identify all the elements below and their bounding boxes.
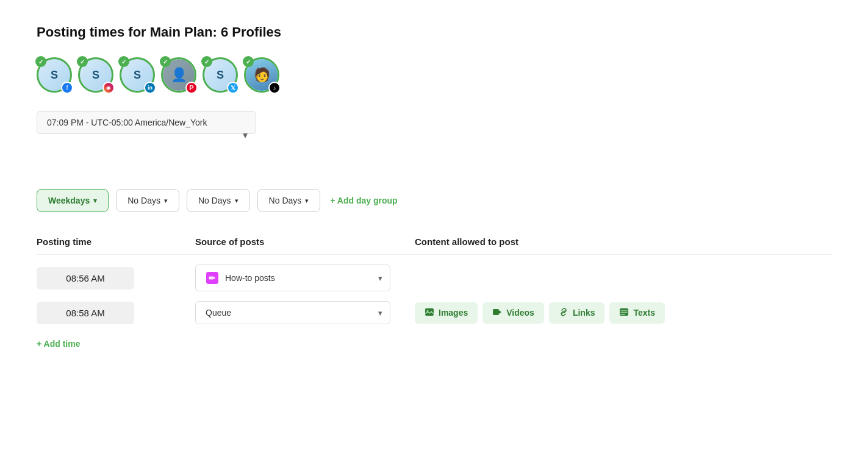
page-title: Posting times for Main Plan: 6 Profiles [37,24,831,40]
day-group-3[interactable]: No Days ▾ [187,189,250,212]
timezone-select[interactable]: 07:09 PM - UTC-05:00 America/New_York [37,111,256,134]
texts-icon [619,307,629,319]
facebook-badge-1: f [61,82,73,94]
time-display-2[interactable]: 08:58 AM [37,302,134,324]
twitter-badge-5: 𝕏 [227,82,239,94]
svg-rect-4 [493,309,499,315]
avatar-initial-1: S [51,69,58,82]
svg-marker-5 [499,310,501,314]
check-badge-4: ✓ [160,56,171,67]
add-time-button[interactable]: + Add time [37,336,80,351]
day-group-weekdays[interactable]: Weekdays ▾ [37,189,109,212]
images-badge[interactable]: Images [415,302,478,324]
day-group-4-label: No Days [269,196,302,205]
day-group-3-label: No Days [198,196,231,205]
source-select-howto[interactable]: ✏ How-to posts ▾ [195,265,390,291]
posting-table: Posting time Source of posts Content all… [37,236,831,351]
day-group-2[interactable]: No Days ▾ [116,189,179,212]
profile-avatar-1[interactable]: S ✓ f [37,57,73,94]
source-cell-1: ✏ How-to posts ▾ [195,265,415,291]
chevron-down-icon-4: ▾ [305,197,309,205]
tiktok-badge-6: ♪ [268,82,281,94]
profile-avatar-5[interactable]: S ✓ 𝕏 [203,57,239,94]
content-badges-cell-2: Images Videos [415,302,831,324]
linkedin-badge-3: in [144,82,156,94]
avatar-initial-3: S [134,69,141,82]
svg-text:✏: ✏ [209,274,216,283]
source-label-1: How-to posts [225,273,275,283]
check-badge-2: ✓ [77,56,88,67]
day-group-2-label: No Days [127,196,160,205]
instagram-badge-2: ◉ [102,82,115,94]
add-day-group-button[interactable]: + Add day group [328,191,400,210]
images-label: Images [439,308,468,318]
table-row: 08:56 AM ✏ How-to posts ▾ [37,260,831,296]
source-label-2: Queue [206,308,231,318]
time-display-1[interactable]: 08:56 AM [37,267,134,290]
images-icon [425,307,434,319]
links-icon [559,307,569,319]
check-badge-6: ✓ [243,56,254,67]
table-row: 08:58 AM Queue ▾ Images [37,296,831,329]
links-badge[interactable]: Links [549,302,605,324]
time-cell-1: 08:56 AM [37,267,195,290]
texts-label: Texts [633,308,655,318]
profile-avatar-2[interactable]: S ✓ ◉ [78,57,115,94]
day-groups-row: Weekdays ▾ No Days ▾ No Days ▾ No Days ▾… [37,189,831,212]
timezone-wrapper: 07:09 PM - UTC-05:00 America/New_York [37,111,256,158]
videos-badge[interactable]: Videos [482,302,544,324]
videos-icon [492,307,502,319]
check-badge-5: ✓ [201,56,212,67]
day-group-weekdays-label: Weekdays [48,196,90,205]
howto-posts-icon: ✏ [206,271,219,285]
profile-avatar-4[interactable]: 👤 ✓ P [161,57,198,94]
avatar-initial-2: S [92,69,99,82]
videos-label: Videos [506,308,534,318]
time-cell-2: 08:58 AM [37,302,195,324]
header-source-of-posts: Source of posts [195,236,415,247]
chevron-down-icon-source2: ▾ [378,308,382,318]
header-posting-time: Posting time [37,236,195,247]
day-group-4[interactable]: No Days ▾ [257,189,321,212]
source-select-queue[interactable]: Queue ▾ [195,301,390,324]
links-label: Links [573,308,595,318]
pinterest-badge-4: P [185,82,198,94]
avatar-initial-5: S [217,69,224,82]
header-content-allowed: Content allowed to post [415,236,831,247]
source-cell-2: Queue ▾ [195,301,415,324]
profiles-row: S ✓ f S ✓ ◉ S ✓ in 👤 ✓ P S ✓ 𝕏 [37,57,831,94]
chevron-down-icon: ▾ [93,197,97,205]
check-badge-1: ✓ [35,56,46,67]
texts-badge[interactable]: Texts [609,302,665,324]
profile-avatar-6[interactable]: 🧑 ✓ ♪ [244,57,281,94]
table-header: Posting time Source of posts Content all… [37,236,831,255]
chevron-down-icon-2: ▾ [164,197,168,205]
chevron-down-icon-3: ▾ [235,197,239,205]
profile-avatar-3[interactable]: S ✓ in [120,57,156,94]
check-badge-3: ✓ [118,56,129,67]
chevron-down-icon-source1: ▾ [378,274,382,283]
